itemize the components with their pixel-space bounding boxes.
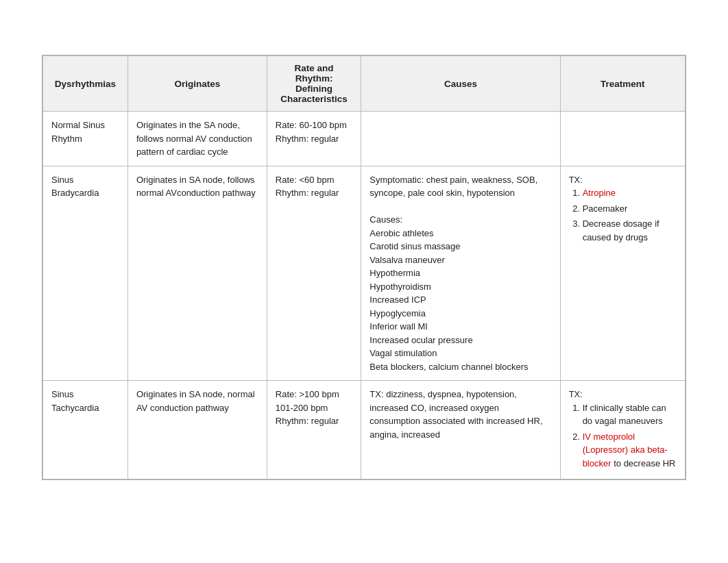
treatment-list-item: Atropine [583, 186, 677, 200]
cell-originates: Originates in SA node, normal AV conduct… [128, 381, 267, 479]
main-table-container: Dysrhythmias Originates Rate and Rhythm:… [42, 55, 686, 480]
cell-causes: TX: dizziness, dyspnea, hypotension, inc… [361, 381, 560, 479]
table-row: Sinus TachycardiaOriginates in SA node, … [43, 381, 685, 479]
cell-dysrhythmia: Sinus Tachycardia [43, 381, 128, 479]
table-header-row: Dysrhythmias Originates Rate and Rhythm:… [43, 56, 685, 112]
treatment-list-item: If clinically stable can do vagal maneuv… [583, 401, 677, 428]
cell-causes [361, 112, 560, 166]
header-causes: Causes [361, 56, 560, 112]
treatment-list-item: IV metoprolol (Lopressor) aka beta-block… [583, 430, 677, 471]
header-treatment: Treatment [560, 56, 685, 112]
cell-rate-rhythm: Rate: <60 bpm Rhythm: regular [267, 166, 361, 381]
dysrhythmias-table: Dysrhythmias Originates Rate and Rhythm:… [43, 55, 685, 479]
treatment-prefix: TX: [569, 175, 583, 185]
table-row: Normal Sinus RhythmOriginates in the SA … [43, 112, 685, 166]
treatment-red-text: Atropine [583, 188, 616, 198]
treatment-list: AtropinePacemakerDecrease dosage if caus… [583, 186, 677, 244]
header-rate-rhythm: Rate and Rhythm: Defining Characteristic… [267, 56, 361, 112]
cell-causes: Symptomatic: chest pain, weakness, SOB, … [361, 166, 560, 381]
table-row: Sinus BradycardiaOriginates in SA node, … [43, 166, 685, 381]
treatment-list-item: Pacemaker [583, 202, 677, 216]
cell-treatment: TX: AtropinePacemakerDecrease dosage if … [560, 166, 685, 381]
cell-dysrhythmia: Sinus Bradycardia [43, 166, 128, 381]
cell-originates: Originates in the SA node, follows norma… [128, 112, 267, 166]
cell-rate-rhythm: Rate: >100 bpm 101-200 bpm Rhythm: regul… [267, 381, 361, 479]
cell-treatment [560, 112, 685, 166]
cell-originates: Originates in SA node, follows normal AV… [128, 166, 267, 381]
header-originates: Originates [128, 56, 267, 112]
cell-treatment: TX: If clinically stable can do vagal ma… [560, 381, 685, 479]
treatment-prefix: TX: [569, 389, 583, 399]
cell-dysrhythmia: Normal Sinus Rhythm [43, 112, 128, 166]
treatment-suffix-text: to decrease HR [611, 458, 676, 468]
treatment-list-item: Decrease dosage if caused by drugs [583, 217, 677, 244]
treatment-list: If clinically stable can do vagal maneuv… [583, 401, 677, 471]
cell-rate-rhythm: Rate: 60-100 bpm Rhythm: regular [267, 112, 361, 166]
header-dysrhythmias: Dysrhythmias [43, 56, 128, 112]
